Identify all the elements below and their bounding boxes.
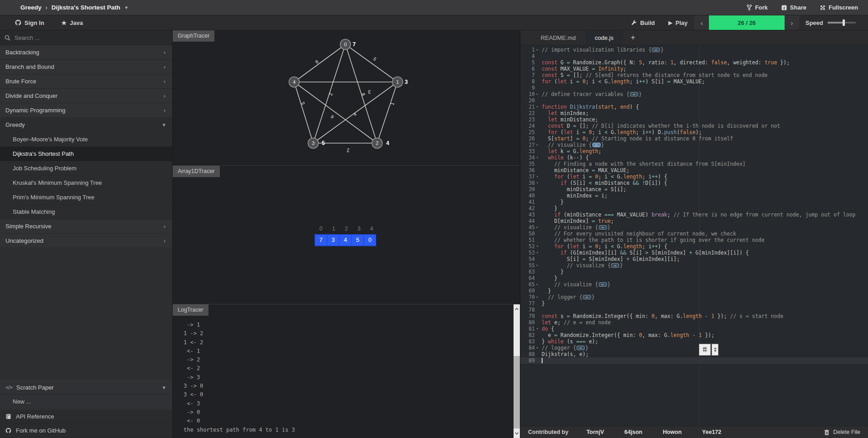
tab-readme-md[interactable]: README.md bbox=[531, 30, 585, 45]
fold-spacer bbox=[535, 269, 542, 275]
token: G[minIndex][i]) { bbox=[692, 250, 749, 256]
scroll-up-icon[interactable] bbox=[514, 304, 520, 313]
ime-grid-icon[interactable] bbox=[699, 344, 711, 356]
next-step-button[interactable]: › bbox=[785, 15, 799, 30]
progress-bar[interactable]: 26 / 26 bbox=[709, 15, 785, 30]
sidebar-item-stable-matching[interactable]: Stable Matching bbox=[0, 205, 172, 219]
play-button[interactable]: ▶ Play bbox=[662, 15, 694, 30]
breadcrumb-title[interactable]: Dijkstra's Shortest Path bbox=[52, 4, 121, 11]
fold-toggle-icon[interactable]: ▸ bbox=[535, 224, 542, 231]
speed-slider[interactable] bbox=[828, 19, 856, 26]
token: } bbox=[607, 281, 611, 288]
folded-code-widget-icon[interactable]: ↔ bbox=[592, 143, 601, 147]
prev-step-button[interactable]: ‹ bbox=[694, 15, 709, 30]
code-editor[interactable]: 1▸// import visualization libraries {↔}4… bbox=[520, 45, 868, 426]
tab-code-js[interactable]: code.js bbox=[585, 30, 623, 45]
code-text: let e; // e = end node bbox=[542, 319, 611, 326]
token: i bbox=[579, 243, 589, 250]
delete-file-button[interactable]: Delete File bbox=[824, 429, 860, 435]
code-text: S[start] = 0; // Starting node is at dis… bbox=[542, 135, 733, 142]
scrollbar-thumb[interactable] bbox=[514, 356, 520, 428]
log-tracer-tab[interactable]: LogTracer bbox=[173, 304, 209, 316]
contributor-tornjv[interactable]: TornjV bbox=[587, 429, 604, 435]
build-button[interactable]: Build bbox=[624, 15, 662, 30]
fold-toggle-icon[interactable]: ▸ bbox=[535, 294, 542, 300]
folded-code-widget-icon[interactable]: ↔ bbox=[599, 282, 607, 287]
sidebar-category-backtracking[interactable]: Backtracking› bbox=[0, 45, 172, 60]
share-button[interactable]: f Share bbox=[781, 4, 806, 11]
folded-code-widget-icon[interactable]: ↔ bbox=[630, 92, 638, 96]
fork-button[interactable]: Fork bbox=[747, 4, 768, 11]
sidebar-item-job-scheduling-problem[interactable]: Job Scheduling Problem bbox=[0, 161, 172, 176]
fold-toggle-icon[interactable]: ▾ bbox=[535, 173, 542, 180]
language-selector[interactable]: ★ Java bbox=[61, 19, 83, 26]
sidebar-category-divide-and-conquer[interactable]: Divide and Conquer› bbox=[0, 89, 172, 103]
folded-code-widget-icon[interactable]: ↔ bbox=[611, 263, 619, 268]
fold-toggle-icon[interactable]: ▸ bbox=[535, 345, 542, 351]
ime-spinner[interactable] bbox=[712, 344, 718, 356]
wrench-icon bbox=[631, 20, 637, 26]
sidebar-category-uncategorized[interactable]: Uncategorized› bbox=[0, 234, 172, 248]
fold-toggle-icon[interactable]: ▾ bbox=[535, 154, 542, 161]
contributor-64json[interactable]: 64json bbox=[625, 429, 643, 435]
gutter-line-number: 4 bbox=[520, 53, 535, 59]
fullscreen-button[interactable]: Fullscreen bbox=[820, 4, 858, 11]
sidebar-item-fork-github[interactable]: Fork me on GitHub bbox=[0, 424, 172, 438]
sidebar-category-greedy[interactable]: Greedy▾ bbox=[0, 118, 172, 132]
sidebar-item-boyer-moore-s-majority-vote[interactable]: Boyer–Moore's Majority Vote bbox=[0, 132, 172, 147]
code-text: // visualize {↔} bbox=[542, 142, 604, 148]
token: ) S[i] bbox=[645, 78, 667, 85]
folded-code-widget-icon[interactable]: ↔ bbox=[652, 48, 660, 52]
gutter-line-number: 89 bbox=[520, 357, 535, 364]
token bbox=[542, 237, 554, 243]
sidebar-item-new-scratch[interactable]: New ... bbox=[0, 395, 172, 409]
folded-code-widget-icon[interactable]: ↔ bbox=[583, 295, 591, 299]
fold-toggle-icon[interactable]: ▾ bbox=[535, 104, 542, 110]
breadcrumb[interactable]: Greedy › Dijkstra's Shortest Path ▾ bbox=[20, 4, 127, 11]
fold-toggle-icon[interactable]: ▸ bbox=[535, 281, 542, 288]
gutter-line-number: 53 bbox=[520, 250, 535, 256]
code-text: // For every unvisited neighbour of curr… bbox=[542, 231, 736, 237]
code-text: for (let i = 0; i < G.length; i++) S[i] … bbox=[542, 78, 705, 85]
sidebar-item-kruskal-s-minimum-spanning-tree[interactable]: Kruskal's Minimum Spanning Tree bbox=[0, 176, 172, 190]
new-file-tab[interactable]: + bbox=[623, 30, 643, 45]
fold-toggle-icon[interactable]: ▾ bbox=[535, 250, 542, 256]
code-text: const MAX_VALUE = Infinity; bbox=[542, 66, 626, 72]
fold-toggle-icon[interactable]: ▸ bbox=[535, 142, 542, 148]
sidebar-item-prim-s-minimum-spanning-tree[interactable]: Prim's Minimum Spanning Tree bbox=[0, 190, 172, 205]
sidebar-category-brute-force[interactable]: Brute Force› bbox=[0, 74, 172, 89]
fold-toggle-icon[interactable]: ▸ bbox=[535, 91, 542, 97]
slider-thumb[interactable] bbox=[843, 19, 845, 26]
contributor-howon[interactable]: Howon bbox=[663, 429, 682, 435]
code-line-54: 54 S[i] = S[minIndex] + G[minIndex][i]; bbox=[520, 256, 868, 262]
fold-toggle-icon[interactable]: ▸ bbox=[535, 47, 542, 53]
fold-spacer bbox=[535, 231, 542, 237]
log-scrollbar[interactable] bbox=[514, 304, 520, 438]
token: }); bbox=[777, 59, 790, 66]
array-tracer-tab[interactable]: Array1DTracer bbox=[173, 166, 220, 177]
fold-toggle-icon[interactable]: ▾ bbox=[535, 180, 542, 186]
ime-indicator[interactable] bbox=[699, 344, 718, 356]
contributor-yee172[interactable]: Yee172 bbox=[702, 429, 721, 435]
sidebar-category-branch-and-bound[interactable]: Branch and Bound› bbox=[0, 60, 172, 74]
breadcrumb-category[interactable]: Greedy bbox=[20, 4, 42, 11]
folded-code-widget-icon[interactable]: ↔ bbox=[599, 225, 607, 230]
fold-toggle-icon[interactable]: ▸ bbox=[535, 262, 542, 269]
sidebar-item-dijkstra-s-shortest-path[interactable]: Dijkstra's Shortest Path bbox=[0, 147, 172, 161]
array-tracer-panel: Array1DTracer 01234 73450 bbox=[173, 166, 520, 304]
fold-toggle-icon[interactable]: ▾ bbox=[535, 326, 542, 332]
search-input[interactable] bbox=[15, 34, 141, 41]
sidebar-item-api-reference[interactable]: API Reference bbox=[0, 409, 172, 424]
sidebar-category-dynamic-programming[interactable]: Dynamic Programming› bbox=[0, 103, 172, 118]
sidebar-item-scratch-paper[interactable]: </> Scratch Paper ▾ bbox=[0, 380, 172, 395]
graph-tracer-tab[interactable]: GraphTracer bbox=[173, 30, 214, 42]
fold-toggle-icon[interactable]: ▾ bbox=[535, 243, 542, 250]
token bbox=[639, 180, 642, 186]
sidebar-category-simple-recursive[interactable]: Simple Recursive› bbox=[0, 219, 172, 234]
sign-in-button[interactable]: Sign In bbox=[15, 19, 44, 26]
scroll-down-icon[interactable] bbox=[514, 429, 520, 438]
gutter-line-number: 23 bbox=[520, 116, 535, 123]
token: length bbox=[579, 148, 598, 154]
folded-code-widget-icon[interactable]: ↔ bbox=[577, 346, 585, 350]
fold-spacer bbox=[535, 85, 542, 91]
